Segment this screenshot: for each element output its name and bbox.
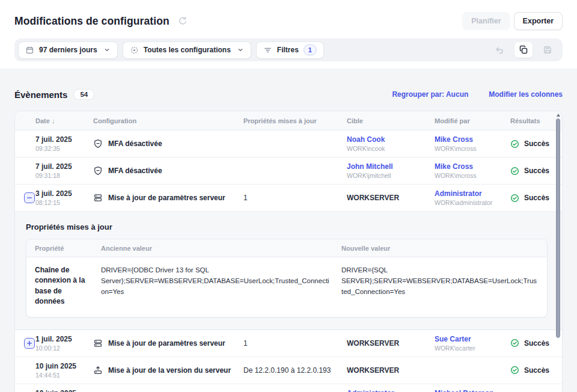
modified-cell: Michael PetersonWORK\mpeterson bbox=[435, 389, 510, 392]
exporter-button[interactable]: Exporter bbox=[514, 12, 563, 30]
event-time: 09:32:35 bbox=[35, 145, 93, 152]
target-name[interactable]: John Mitchell bbox=[347, 162, 435, 171]
target-cell: WORKSERVER bbox=[347, 194, 435, 202]
refresh-icon[interactable] bbox=[178, 16, 188, 26]
table-row: 7 juil. 202509:31:18MFA désactivéeJohn M… bbox=[15, 158, 562, 185]
server-upgrade-icon bbox=[93, 366, 103, 375]
shield-minus-icon bbox=[93, 139, 103, 149]
property-name: Chaîne de connexion à la base de données bbox=[35, 265, 91, 307]
modified-by-account: WORK\scarter bbox=[435, 345, 510, 352]
table-row: 10 juin 202514:44:51Mise à jour de la ve… bbox=[15, 357, 562, 384]
event-time: 10:00:12 bbox=[35, 345, 93, 352]
target-name[interactable]: Noah Cook bbox=[347, 135, 435, 144]
configuration-label: MFA désactivée bbox=[108, 139, 162, 148]
target-cell: WORKSERVER bbox=[347, 366, 435, 375]
configuration-cell: MFA désactivée bbox=[93, 139, 243, 149]
date-range-label: 97 derniers jours bbox=[39, 46, 97, 54]
scroll-up-icon[interactable] bbox=[557, 114, 560, 117]
result-label: Succès bbox=[524, 167, 549, 175]
table-scrollbar[interactable] bbox=[555, 112, 561, 392]
event-date-cell: 10 juin 202514:44:51 bbox=[35, 362, 93, 379]
result-cell: Succès bbox=[510, 194, 562, 203]
scrollbar-thumb[interactable] bbox=[556, 118, 560, 338]
events-table: Date ↓ Configuration Propriétés mises à … bbox=[14, 111, 563, 392]
configuration-filter[interactable]: Toutes les configurations bbox=[123, 41, 251, 59]
target-name[interactable]: Administrator bbox=[347, 389, 435, 392]
event-date-cell: 1 juil. 202510:00:12 bbox=[35, 335, 93, 352]
expander-cell bbox=[15, 192, 35, 203]
edit-columns-link[interactable]: Modifier les colonnes bbox=[489, 90, 563, 99]
save-button[interactable] bbox=[539, 42, 557, 58]
target-cell: Noah CookWORK\ncook bbox=[347, 135, 435, 152]
result-cell: Succès bbox=[510, 366, 562, 375]
configuration-cell: Mise à jour de la version du serveur bbox=[93, 366, 243, 375]
modified-by-name[interactable]: Mike Cross bbox=[435, 135, 510, 144]
modified-cell: Sue CarterWORK\scarter bbox=[435, 335, 510, 352]
configuration-label: Mise à jour de paramètres serveur bbox=[108, 194, 225, 202]
copy-button[interactable] bbox=[514, 42, 533, 58]
modified-by-name[interactable]: Michael Peterson bbox=[435, 389, 510, 392]
date-range-filter[interactable]: 97 derniers jours bbox=[18, 41, 118, 59]
success-icon bbox=[510, 167, 519, 176]
configuration-cell: Mise à jour de paramètres serveur bbox=[93, 193, 243, 203]
event-date: 1 juil. 2025 bbox=[35, 335, 93, 343]
server-icon bbox=[93, 193, 103, 203]
filters-button[interactable]: Filtres 1 bbox=[256, 41, 324, 59]
content-area: Évènements 54 Regrouper par: Aucun Modif… bbox=[0, 69, 577, 392]
result-label: Succès bbox=[524, 194, 549, 202]
filters-label: Filtres bbox=[277, 46, 299, 54]
filters-count-badge: 1 bbox=[304, 44, 317, 55]
success-icon bbox=[510, 139, 519, 149]
column-target[interactable]: Cible bbox=[347, 117, 435, 124]
property-new-value: DRIVER={SQL SERVER};SERVER=WEBSERVER;DAT… bbox=[341, 265, 539, 297]
modified-cell: Mike CrossWORK\mcross bbox=[435, 162, 510, 179]
target-cell: WORKSERVER bbox=[347, 339, 435, 348]
undo-button[interactable] bbox=[490, 42, 508, 58]
configuration-label: Mise à jour de paramètres serveur bbox=[108, 339, 225, 348]
event-date-cell: 7 juil. 202509:32:35 bbox=[35, 135, 93, 152]
target-name: WORKSERVER bbox=[347, 339, 435, 348]
calendar-icon bbox=[25, 46, 34, 55]
configurations-icon bbox=[130, 46, 139, 55]
row-collapse-button[interactable] bbox=[24, 192, 35, 203]
result-label: Succès bbox=[524, 139, 549, 148]
column-properties[interactable]: Propriétés mises à jour bbox=[243, 117, 347, 124]
planifier-button[interactable]: Planifier bbox=[462, 12, 510, 30]
column-configuration[interactable]: Configuration bbox=[93, 117, 243, 124]
modified-by-account: WORK\mcross bbox=[435, 145, 510, 152]
modified-by-name[interactable]: Sue Carter bbox=[435, 335, 510, 343]
detail-header-row: Propriété Ancienne valeur Nouvelle valeu… bbox=[26, 239, 547, 257]
event-date-cell: 10 juin 202513:23:23 bbox=[35, 389, 93, 392]
event-date: 10 juin 2025 bbox=[35, 389, 93, 392]
modified-cell: AdministratorWORK\administrator bbox=[435, 189, 510, 206]
table-row: 10 juin 202513:23:23Mise à jour d'une st… bbox=[15, 384, 562, 392]
group-by-link[interactable]: Regrouper par: Aucun bbox=[392, 90, 468, 99]
expander-cell bbox=[15, 338, 35, 349]
table-row: 1 juil. 202510:00:12Mise à jour de param… bbox=[15, 330, 562, 357]
detail-column-old-value: Ancienne valeur bbox=[101, 245, 332, 252]
events-title: Évènements bbox=[14, 90, 67, 100]
table-row: 3 juil. 202508:12:15Mise à jour de param… bbox=[15, 185, 562, 212]
target-cell: John MitchellWORK\jmitchell bbox=[347, 162, 435, 179]
event-time: 08:12:15 bbox=[35, 199, 93, 206]
modified-by-account: WORK\mcross bbox=[435, 172, 510, 179]
event-date-cell: 7 juil. 202509:31:18 bbox=[35, 162, 93, 179]
modified-by-name[interactable]: Mike Cross bbox=[435, 162, 510, 171]
property-old-value: DRIVER={ODBC Driver 13 for SQL Server};S… bbox=[101, 265, 332, 297]
target-name: WORKSERVER bbox=[347, 366, 435, 375]
target-account: WORK\jmitchell bbox=[347, 172, 435, 179]
target-cell: AdministratorWORK\administrator bbox=[347, 389, 435, 392]
modified-by-name[interactable]: Administrator bbox=[435, 189, 510, 198]
row-expand-button[interactable] bbox=[24, 338, 35, 349]
modified-cell: Mike CrossWORK\mcross bbox=[435, 135, 510, 152]
chevron-down-icon bbox=[237, 46, 244, 54]
page-title: Modifications de configuration bbox=[14, 15, 169, 28]
column-modified-by[interactable]: Modifié par bbox=[435, 117, 510, 124]
column-results[interactable]: Résultats bbox=[510, 117, 562, 124]
table-row: 7 juil. 202509:32:35MFA désactivéeNoah C… bbox=[15, 130, 562, 158]
column-date[interactable]: Date ↓ bbox=[35, 117, 93, 124]
event-date: 7 juil. 2025 bbox=[35, 162, 93, 171]
event-time: 09:31:18 bbox=[35, 172, 93, 179]
properties-updated: 1 bbox=[243, 339, 347, 348]
result-cell: Succès bbox=[510, 167, 562, 176]
